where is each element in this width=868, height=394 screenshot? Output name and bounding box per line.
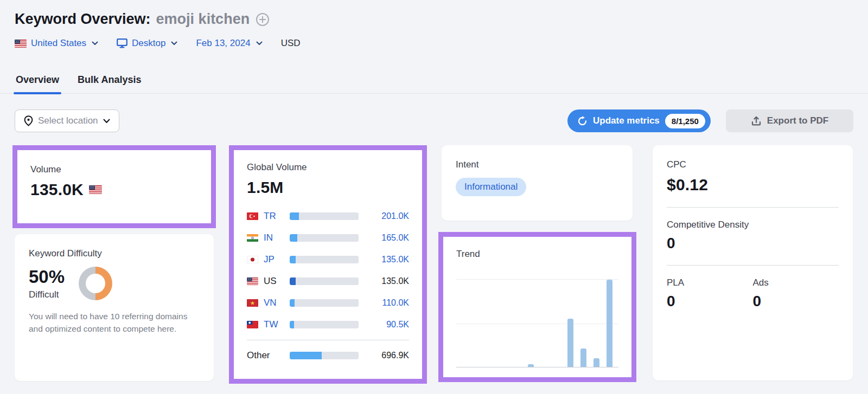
pla-label: PLA	[667, 277, 753, 288]
global-volume-value: 1.5M	[247, 178, 409, 197]
chevron-down-icon	[92, 41, 98, 46]
divider	[247, 340, 409, 340]
country-row-tw: TW 90.5K	[247, 314, 409, 335]
export-to-pdf-button[interactable]: Export to PDF	[726, 109, 853, 132]
jp-flag-icon	[247, 256, 258, 263]
competitive-density-label: Competitive Density	[667, 219, 839, 230]
select-location-label: Select location	[38, 115, 98, 126]
volume-bar	[290, 321, 359, 328]
chevron-down-icon	[103, 119, 110, 124]
country-volume-value[interactable]: 110.0K	[382, 298, 409, 308]
trend-bars	[456, 280, 618, 367]
date-filter[interactable]: Feb 13, 2024	[196, 38, 262, 49]
keyword-difficulty-card: Keyword Difficulty 50% Difficult You wil…	[15, 234, 214, 381]
global-volume-card-highlight: Global Volume 1.5M TR 201.0K IN	[229, 145, 427, 384]
trend-bar	[580, 348, 586, 367]
other-label: Other	[247, 350, 288, 361]
trend-bar	[567, 319, 573, 367]
country-row-jp: JP 135.0K	[247, 249, 409, 270]
tw-flag-icon	[247, 321, 258, 328]
country-filter-label: United States	[31, 38, 86, 49]
volume-bar	[290, 212, 359, 220]
country-code-link[interactable]: TW	[264, 319, 288, 330]
country-code-link[interactable]: JP	[264, 254, 288, 265]
other-volume-value: 696.9K	[381, 351, 409, 360]
country-volume-value[interactable]: 165.0K	[381, 233, 409, 243]
trend-label: Trend	[456, 249, 618, 260]
volume-value: 135.0K	[30, 180, 84, 199]
us-flag-icon	[15, 40, 27, 48]
country-volume-value[interactable]: 90.5K	[386, 320, 409, 330]
volume-bar	[290, 277, 359, 285]
date-filter-label: Feb 13, 2024	[196, 38, 250, 49]
trend-card: Trend	[443, 237, 631, 377]
country-row-in: IN 165.0K	[247, 227, 409, 249]
us-flag-icon	[89, 185, 102, 194]
country-volume-value[interactable]: 135.0K	[381, 255, 409, 264]
country-row-other: Other 696.9K	[247, 345, 409, 366]
country-volume-value: 135.0K	[381, 276, 409, 286]
keyword-difficulty-level: Difficult	[29, 289, 65, 300]
intent-badge[interactable]: Informational	[456, 178, 526, 196]
trend-bar	[607, 280, 612, 367]
tab-bar: Overview Bulk Analysis	[0, 72, 868, 94]
country-row-tr: TR 201.0K	[247, 205, 409, 227]
page-header: Keyword Overview: emoji kitchen	[15, 11, 269, 28]
cpc-label: CPC	[667, 159, 839, 170]
location-pin-icon	[24, 115, 33, 126]
volume-bar	[290, 234, 359, 242]
select-location-dropdown[interactable]: Select location	[15, 109, 119, 132]
cpc-value: $0.12	[667, 176, 839, 194]
in-flag-icon	[247, 234, 258, 242]
country-filter[interactable]: United States	[15, 38, 98, 49]
divider	[667, 207, 839, 208]
country-volume-value[interactable]: 201.0K	[381, 211, 409, 221]
volume-card: Volume 135.0K	[17, 150, 211, 223]
global-volume-card: Global Volume 1.5M TR 201.0K IN	[234, 150, 422, 379]
country-code-link[interactable]: VN	[264, 298, 288, 308]
chevron-down-icon	[256, 41, 263, 46]
competitive-density-value: 0	[667, 235, 839, 252]
volume-bar	[290, 256, 359, 263]
device-filter-label: Desktop	[132, 38, 165, 49]
country-code-link[interactable]: IN	[264, 232, 288, 243]
keyword-difficulty-value: 50%	[29, 267, 65, 287]
chevron-down-icon	[171, 41, 177, 46]
filter-bar: United States Desktop Feb 13, 2024 USD	[15, 38, 301, 49]
country-row-us: US 135.0K	[247, 270, 409, 292]
update-count-badge: 8/1,250	[665, 114, 705, 128]
volume-card-highlight: Volume 135.0K	[12, 145, 216, 228]
trend-bar	[528, 364, 534, 367]
update-metrics-label: Update metrics	[593, 115, 660, 126]
pla-value: 0	[667, 293, 753, 310]
cpc-card: CPC $0.12 Competitive Density 0 PLA 0 Ad…	[653, 145, 853, 380]
country-code: US	[264, 276, 288, 287]
device-filter[interactable]: Desktop	[117, 38, 177, 49]
ads-value: 0	[753, 293, 839, 310]
tr-flag-icon	[247, 212, 258, 220]
keyword-difficulty-description: You will need to have 10 referring domai…	[29, 310, 200, 335]
difficulty-donut-chart	[79, 267, 112, 300]
desktop-icon	[117, 38, 127, 48]
trend-card-highlight: Trend	[438, 232, 636, 382]
country-code-link[interactable]: TR	[264, 211, 288, 222]
ads-label: Ads	[753, 277, 839, 288]
keyword-difficulty-label: Keyword Difficulty	[29, 248, 200, 259]
country-volume-list: TR 201.0K IN 165.0K JP	[247, 205, 409, 366]
volume-bar	[290, 352, 359, 359]
volume-bar	[290, 299, 359, 307]
export-to-pdf-label: Export to PDF	[767, 115, 828, 126]
intent-label: Intent	[456, 159, 618, 170]
us-flag-icon	[247, 277, 258, 285]
page-title: Keyword Overview:	[15, 11, 151, 28]
toolbar: Select location Update metrics 8/1,250 E…	[0, 109, 868, 132]
tab-bulk-analysis[interactable]: Bulk Analysis	[76, 72, 142, 93]
global-volume-label: Global Volume	[247, 162, 409, 173]
trend-bar-chart	[456, 279, 618, 367]
trend-bar	[593, 358, 599, 367]
tab-overview[interactable]: Overview	[15, 72, 60, 93]
refresh-icon	[577, 116, 588, 126]
add-keyword-icon[interactable]	[256, 13, 269, 26]
export-icon	[751, 115, 762, 126]
update-metrics-button[interactable]: Update metrics 8/1,250	[567, 109, 711, 132]
